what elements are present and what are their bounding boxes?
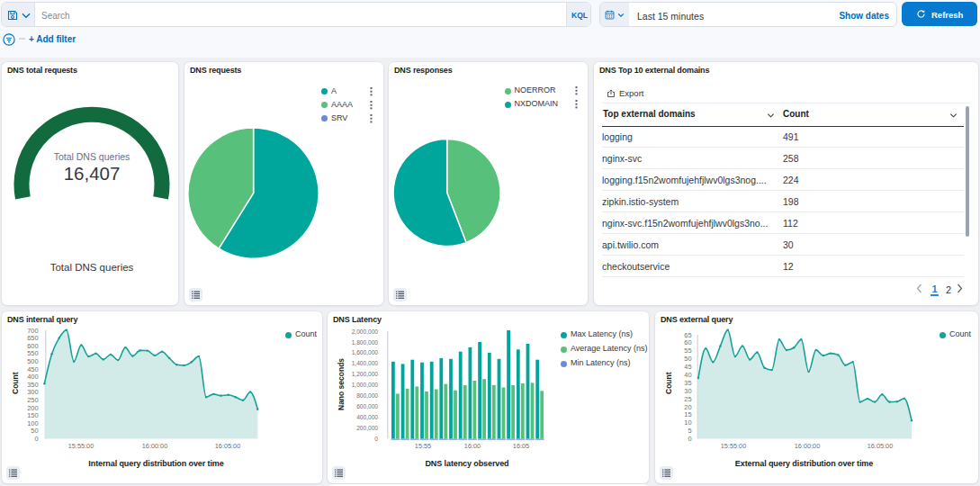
svg-text:600,000: 600,000 [356, 403, 378, 410]
svg-text:2,000,000: 2,000,000 [352, 328, 379, 335]
svg-text:55: 55 [684, 346, 691, 355]
svg-text:0: 0 [34, 435, 38, 443]
svg-text:35: 35 [684, 379, 691, 387]
svg-text:800,000: 800,000 [356, 392, 378, 399]
svg-text:15:55:00: 15:55:00 [721, 442, 746, 450]
svg-text:600: 600 [27, 342, 38, 350]
svg-text:20: 20 [684, 403, 691, 411]
svg-text:450: 450 [27, 365, 38, 374]
svg-text:250: 250 [27, 396, 38, 404]
svg-text:200: 200 [27, 404, 38, 412]
svg-text:65: 65 [684, 331, 691, 339]
svg-text:650: 650 [27, 334, 38, 342]
svg-text:45: 45 [684, 363, 691, 371]
svg-text:15:55: 15:55 [415, 442, 431, 450]
svg-text:200,000: 200,000 [356, 425, 378, 431]
svg-text:60: 60 [684, 338, 691, 346]
svg-text:700: 700 [27, 327, 38, 335]
svg-text:1,800,000: 1,800,000 [352, 339, 379, 346]
svg-text:25: 25 [684, 395, 691, 403]
svg-text:0: 0 [688, 435, 691, 443]
svg-text:50: 50 [684, 355, 691, 363]
svg-text:50: 50 [31, 427, 38, 435]
svg-text:15: 15 [684, 410, 691, 418]
svg-text:400: 400 [27, 373, 38, 381]
svg-text:16:05:00: 16:05:00 [868, 442, 893, 450]
svg-text:400,000: 400,000 [356, 414, 378, 420]
svg-text:150: 150 [27, 411, 38, 419]
svg-text:16:05: 16:05 [513, 442, 529, 450]
svg-text:16:00:00: 16:00:00 [142, 442, 167, 450]
svg-text:300: 300 [27, 388, 38, 396]
svg-text:30: 30 [684, 387, 691, 395]
svg-text:16:00: 16:00 [464, 442, 481, 450]
svg-text:15:55:00: 15:55:00 [68, 442, 94, 450]
svg-text:1,600,000: 1,600,000 [352, 349, 379, 356]
svg-text:500: 500 [27, 357, 38, 365]
svg-text:40: 40 [684, 371, 691, 379]
svg-text:350: 350 [27, 381, 38, 389]
svg-text:1,000,000: 1,000,000 [352, 382, 379, 388]
svg-text:16:05:00: 16:05:00 [215, 442, 240, 450]
svg-text:10: 10 [684, 418, 691, 427]
svg-text:0: 0 [374, 436, 378, 442]
svg-text:1,200,000: 1,200,000 [352, 371, 379, 377]
svg-text:1,400,000: 1,400,000 [352, 360, 379, 366]
svg-text:550: 550 [27, 349, 38, 357]
svg-text:100: 100 [27, 419, 38, 428]
svg-text:16:00:00: 16:00:00 [795, 442, 820, 450]
svg-text:5: 5 [688, 427, 691, 435]
